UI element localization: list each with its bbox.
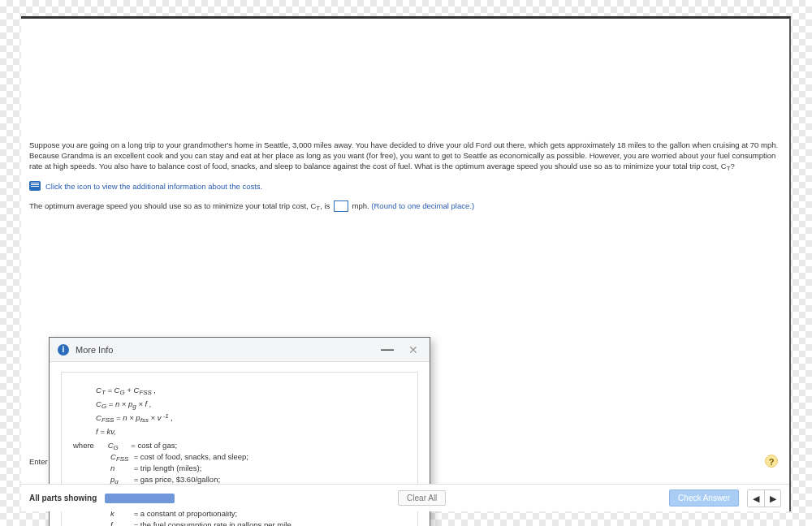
- subscript-t: T: [727, 165, 731, 172]
- def-sym-cfss: CFSS: [110, 452, 132, 461]
- def-row: f = the fuel consumption rate in gallons…: [110, 520, 406, 526]
- answer-mid: , is: [320, 201, 330, 210]
- answer-unit: mph.: [352, 201, 369, 210]
- def-sym-f: f: [110, 520, 132, 526]
- problem-text: Suppose you are going on a long trip to …: [29, 140, 778, 170]
- eq-cfss: CFSS = n × pfss × v -1 ,: [96, 413, 406, 422]
- answer-line: The optimum average speed you should use…: [29, 200, 781, 212]
- nav-box: ◀ ▶: [747, 489, 781, 507]
- eq-f: f = kv,: [96, 427, 406, 436]
- clear-all-button[interactable]: Clear All: [398, 490, 446, 506]
- parts-showing-label: All parts showing: [29, 494, 97, 502]
- def-row: n = trip length (miles);: [110, 463, 406, 472]
- info-icon: i: [58, 344, 69, 356]
- def-text: = gas price, $3.60/gallon;: [134, 475, 220, 484]
- modal-title: More Info: [76, 345, 113, 355]
- info-link[interactable]: Click the icon to view the additional in…: [45, 182, 262, 191]
- minimize-icon[interactable]: —: [376, 346, 399, 354]
- problem-statement: Suppose you are going on a long trip to …: [29, 140, 781, 171]
- next-button[interactable]: ▶: [764, 490, 780, 507]
- def-sym-n: n: [110, 463, 132, 472]
- info-link-row: Click the icon to view the additional in…: [29, 181, 781, 191]
- def-sym-cg: CG: [108, 441, 129, 450]
- eq-ct: CT = CG + CFSS ,: [96, 386, 406, 394]
- def-row: CFSS = cost of food, snacks, and sleep;: [110, 452, 406, 461]
- bottom-bar: All parts showing Clear All Check Answer…: [21, 484, 789, 511]
- def-sym-pg: pg: [110, 475, 132, 484]
- close-icon[interactable]: ✕: [405, 343, 421, 356]
- prev-button[interactable]: ◀: [748, 490, 764, 507]
- page-frame: Suppose you are going on a long trip to …: [21, 16, 791, 511]
- modal-header[interactable]: i More Info — ✕: [50, 338, 430, 362]
- check-answer-button[interactable]: Check Answer: [669, 489, 739, 507]
- book-icon[interactable]: [29, 181, 41, 191]
- def-text: = cost of gas;: [131, 441, 177, 450]
- help-icon[interactable]: ?: [765, 455, 778, 468]
- def-row: pg = gas price, $3.60/gallon;: [110, 475, 406, 484]
- answer-prefix: The optimum average speed you should use…: [29, 201, 316, 210]
- def-text: = cost of food, snacks, and sleep;: [134, 452, 248, 461]
- def-text: = trip length (miles);: [134, 463, 202, 472]
- answer-hint: (Round to one decimal place.): [371, 201, 474, 210]
- problem-text-suffix: ?: [731, 162, 735, 170]
- where-label: where: [73, 441, 106, 450]
- def-text: = the fuel consumption rate in gallons p…: [134, 520, 294, 526]
- eq-cg: CG = n × pg × f ,: [96, 399, 406, 408]
- subscript-t: T: [316, 205, 320, 212]
- answer-input[interactable]: [334, 200, 348, 212]
- progress-bar: [105, 494, 175, 503]
- where-row: where CG = cost of gas;: [73, 441, 406, 450]
- content-area: Suppose you are going on a long trip to …: [29, 140, 781, 481]
